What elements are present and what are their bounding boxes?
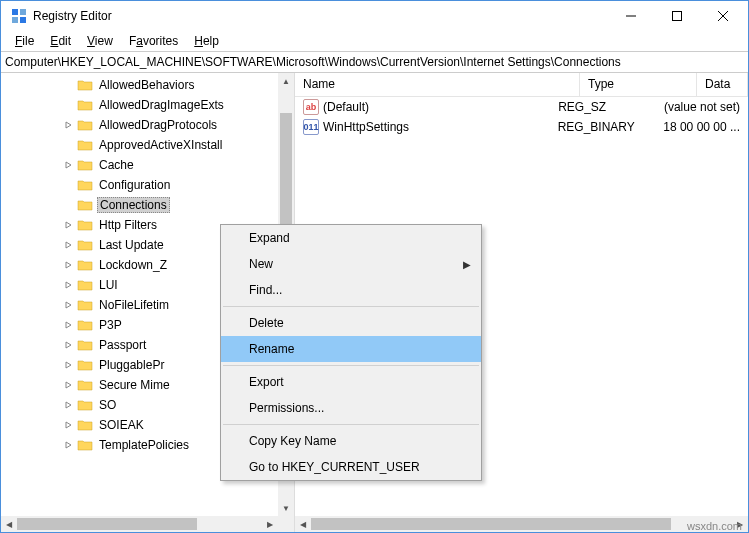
tree-item-label: SOIEAK [97, 418, 146, 432]
tree-item[interactable]: ApprovedActiveXInstall [1, 135, 278, 155]
menu-help[interactable]: Help [186, 32, 227, 50]
context-item-label: Delete [249, 316, 284, 330]
folder-icon [77, 438, 93, 452]
scroll-thumb[interactable] [280, 113, 292, 233]
context-item-permissions[interactable]: Permissions... [221, 395, 481, 421]
value-data-cell: 18 00 00 00 ... [655, 120, 748, 134]
tree-item-label: NoFileLifetim [97, 298, 171, 312]
context-item-label: New [249, 257, 273, 271]
scroll-right-icon[interactable]: ▶ [262, 516, 278, 532]
tree-item[interactable]: AllowedDragImageExts [1, 95, 278, 115]
context-separator [223, 306, 479, 307]
scroll-thumb[interactable] [17, 518, 197, 530]
submenu-arrow-icon: ▶ [463, 259, 471, 270]
expander-icon[interactable] [61, 341, 77, 349]
scroll-corner [278, 516, 294, 532]
app-icon [11, 8, 27, 24]
address-bar[interactable]: Computer\HKEY_LOCAL_MACHINE\SOFTWARE\Mic… [1, 51, 748, 73]
scroll-left-icon[interactable]: ◀ [295, 516, 311, 532]
tree-item[interactable]: AllowedBehaviors [1, 75, 278, 95]
context-item-export[interactable]: Export [221, 369, 481, 395]
tree-item-label: Http Filters [97, 218, 159, 232]
scroll-left-icon[interactable]: ◀ [1, 516, 17, 532]
context-menu: ExpandNew▶Find...DeleteRenameExportPermi… [220, 224, 482, 481]
context-item-rename[interactable]: Rename [221, 336, 481, 362]
context-item-delete[interactable]: Delete [221, 310, 481, 336]
tree-item-label: Last Update [97, 238, 166, 252]
tree-item-label: TemplatePolicies [97, 438, 191, 452]
value-bin-icon: 011 [303, 119, 319, 135]
maximize-button[interactable] [654, 1, 700, 31]
menu-view[interactable]: View [79, 32, 121, 50]
scroll-down-icon[interactable]: ▼ [278, 500, 294, 516]
tree-item-label: PluggablePr [97, 358, 166, 372]
tree-item[interactable]: Cache [1, 155, 278, 175]
context-separator [223, 365, 479, 366]
expander-icon[interactable] [61, 401, 77, 409]
context-item-copy-key-name[interactable]: Copy Key Name [221, 428, 481, 454]
tree-item-label: Lockdown_Z [97, 258, 169, 272]
list-header: Name Type Data [295, 73, 748, 97]
context-item-go-to-hkey-current-user[interactable]: Go to HKEY_CURRENT_USER [221, 454, 481, 480]
expander-icon[interactable] [61, 441, 77, 449]
folder-icon [77, 278, 93, 292]
folder-icon [77, 398, 93, 412]
list-row[interactable]: ab(Default)REG_SZ(value not set) [295, 97, 748, 117]
context-item-label: Go to HKEY_CURRENT_USER [249, 460, 420, 474]
list-row[interactable]: 011WinHttpSettingsREG_BINARY18 00 00 00 … [295, 117, 748, 137]
context-item-label: Find... [249, 283, 282, 297]
menu-favorites[interactable]: Favorites [121, 32, 186, 50]
folder-icon [77, 378, 93, 392]
folder-icon [77, 98, 93, 112]
tree-item-label: ApprovedActiveXInstall [97, 138, 224, 152]
window-title: Registry Editor [33, 9, 608, 23]
expander-icon[interactable] [61, 381, 77, 389]
tree-horizontal-scrollbar[interactable]: ◀ ▶ [1, 516, 278, 532]
expander-icon[interactable] [61, 121, 77, 129]
expander-icon[interactable] [61, 281, 77, 289]
address-text: Computer\HKEY_LOCAL_MACHINE\SOFTWARE\Mic… [5, 55, 621, 69]
expander-icon[interactable] [61, 301, 77, 309]
expander-icon[interactable] [61, 321, 77, 329]
expander-icon[interactable] [61, 361, 77, 369]
expander-icon[interactable] [61, 221, 77, 229]
svg-rect-0 [12, 9, 18, 15]
tree-item-label: Connections [97, 197, 170, 213]
tree-item-label: Passport [97, 338, 148, 352]
svg-rect-5 [673, 12, 682, 21]
menu-edit[interactable]: Edit [42, 32, 79, 50]
menu-file[interactable]: File [7, 32, 42, 50]
tree-item[interactable]: AllowedDragProtocols [1, 115, 278, 135]
list-horizontal-scrollbar[interactable]: ◀ ▶ [295, 516, 748, 532]
tree-item-label: Configuration [97, 178, 172, 192]
scroll-thumb[interactable] [311, 518, 671, 530]
value-str-icon: ab [303, 99, 319, 115]
expander-icon[interactable] [61, 241, 77, 249]
tree-item-label: AllowedDragImageExts [97, 98, 226, 112]
tree-item-label: Cache [97, 158, 136, 172]
expander-icon[interactable] [61, 261, 77, 269]
column-name[interactable]: Name [295, 73, 580, 96]
close-button[interactable] [700, 1, 746, 31]
folder-icon [77, 198, 93, 212]
column-type[interactable]: Type [580, 73, 697, 96]
context-item-expand[interactable]: Expand [221, 225, 481, 251]
folder-icon [77, 118, 93, 132]
context-item-find[interactable]: Find... [221, 277, 481, 303]
tree-item-label: LUI [97, 278, 120, 292]
folder-icon [77, 258, 93, 272]
tree-item[interactable]: Configuration [1, 175, 278, 195]
context-separator [223, 424, 479, 425]
context-item-new[interactable]: New▶ [221, 251, 481, 277]
column-data[interactable]: Data [697, 73, 748, 96]
value-type-cell: REG_SZ [550, 100, 656, 114]
expander-icon[interactable] [61, 161, 77, 169]
folder-icon [77, 358, 93, 372]
expander-icon[interactable] [61, 421, 77, 429]
scroll-up-icon[interactable]: ▲ [278, 73, 294, 89]
minimize-button[interactable] [608, 1, 654, 31]
context-item-label: Copy Key Name [249, 434, 336, 448]
folder-icon [77, 238, 93, 252]
folder-icon [77, 158, 93, 172]
tree-item[interactable]: Connections [1, 195, 278, 215]
